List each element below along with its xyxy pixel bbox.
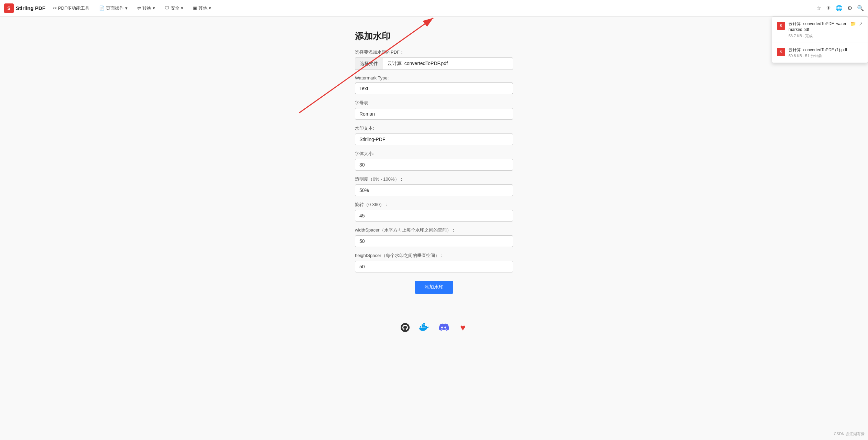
field-opacity: 透明度（0% - 100%）： xyxy=(355,176,513,196)
nav-shield-icon: 🛡 xyxy=(165,6,169,11)
dl-actions-0: 📁 ↗ xyxy=(850,21,863,26)
globe-icon[interactable]: 🌐 xyxy=(836,5,843,11)
input-font[interactable] xyxy=(355,108,513,120)
download-panel: S 云计算_convertedToPDF_watermarked.pdf 53.… xyxy=(772,17,868,63)
field-watermark-type: Watermark Type: xyxy=(355,75,513,94)
input-watermark-type[interactable] xyxy=(355,83,513,94)
input-watermark-text[interactable] xyxy=(355,133,513,145)
heart-icon[interactable]: ♥ xyxy=(457,321,469,334)
brand[interactable]: S Stirling PDF xyxy=(4,3,45,13)
main-content: 添加水印 选择要添加水印的PDF： 选择文件 云计算_convertedToPD… xyxy=(0,17,868,314)
field-font: 字母表: xyxy=(355,100,513,120)
download-item-1[interactable]: S 云计算_convertedToPDF (1).pdf 50.8 KB · 5… xyxy=(772,43,868,63)
submit-row: 添加水印 xyxy=(355,281,513,294)
nav-page-icon: 📄 xyxy=(99,6,105,11)
file-label: 选择要添加水印的PDF： xyxy=(355,49,513,55)
dl-pdf-icon-1: S xyxy=(777,48,785,56)
nav-icons: ☆ ☀ 🌐 ⚙ 🔍 xyxy=(816,5,864,11)
submit-button[interactable]: 添加水印 xyxy=(415,281,453,294)
dl-name-0: 云计算_convertedToPDF_watermarked.pdf xyxy=(789,21,847,33)
label-watermark-type: Watermark Type: xyxy=(355,75,513,81)
nav-item-page-ops[interactable]: 📄 页面操作 ▾ xyxy=(97,5,130,11)
nav-item-other[interactable]: ▣ 其他 ▾ xyxy=(191,5,213,11)
github-icon[interactable] xyxy=(399,321,411,334)
label-font: 字母表: xyxy=(355,100,513,106)
field-width-spacer: widthSpacer（水平方向上每个水印之间的空间）： xyxy=(355,227,513,247)
dl-info-0: 云计算_convertedToPDF_watermarked.pdf 53.7 … xyxy=(789,21,847,39)
label-watermark-text: 水印文本: xyxy=(355,125,513,131)
navbar: S Stirling PDF ✂ PDF多功能工具 📄 页面操作 ▾ ⇄ 转换 … xyxy=(0,0,868,17)
nav-item-convert[interactable]: ⇄ 转换 ▾ xyxy=(135,5,157,11)
dl-pdf-icon-0: S xyxy=(777,22,785,30)
brand-icon: S xyxy=(4,3,14,13)
page-title: 添加水印 xyxy=(355,30,513,42)
input-height-spacer[interactable] xyxy=(355,261,513,272)
brand-name: Stirling PDF xyxy=(16,5,45,11)
svg-rect-2 xyxy=(422,326,423,328)
form-container: 添加水印 选择要添加水印的PDF： 选择文件 云计算_convertedToPD… xyxy=(355,30,513,294)
label-opacity: 透明度（0% - 100%）： xyxy=(355,176,513,182)
nav-item-pdf-tools[interactable]: ✂ PDF多功能工具 xyxy=(51,5,91,11)
dl-name-1: 云计算_convertedToPDF (1).pdf xyxy=(789,47,863,53)
nav-dropdown-icon-1: ▾ xyxy=(125,6,128,11)
nav-dropdown-icon-3: ▾ xyxy=(181,6,183,11)
download-item-0[interactable]: S 云计算_convertedToPDF_watermarked.pdf 53.… xyxy=(772,17,868,43)
dl-folder-icon-0[interactable]: 📁 xyxy=(850,21,856,26)
nav-scissors-icon: ✂ xyxy=(53,6,57,11)
file-group: 选择要添加水印的PDF： 选择文件 云计算_convertedToPDF.pdf xyxy=(355,49,513,70)
dl-meta-0: 53.7 KB · 完成 xyxy=(789,33,847,39)
nav-dropdown-icon-2: ▾ xyxy=(153,6,155,11)
field-height-spacer: heightSpacer（每个水印之间的垂直空间）： xyxy=(355,253,513,272)
sun-icon[interactable]: ☀ xyxy=(826,5,831,11)
file-choose-button[interactable]: 选择文件 xyxy=(355,57,383,70)
nav-item-security[interactable]: 🛡 安全 ▾ xyxy=(163,5,185,11)
input-font-size[interactable] xyxy=(355,159,513,171)
svg-point-0 xyxy=(401,323,410,332)
field-watermark-text: 水印文本: xyxy=(355,125,513,145)
field-font-size: 字体大小: xyxy=(355,151,513,171)
field-rotation: 旋转（0-360）： xyxy=(355,202,513,222)
label-width-spacer: widthSpacer（水平方向上每个水印之间的空间）： xyxy=(355,227,513,233)
label-rotation: 旋转（0-360）： xyxy=(355,202,513,208)
input-width-spacer[interactable] xyxy=(355,235,513,247)
settings-icon[interactable]: ⚙ xyxy=(847,5,852,11)
discord-icon[interactable] xyxy=(437,321,450,334)
label-height-spacer: heightSpacer（每个水印之间的垂直空间）： xyxy=(355,253,513,259)
nav-other-icon: ▣ xyxy=(193,6,197,11)
footer: ♥ xyxy=(0,314,868,344)
star-icon[interactable]: ☆ xyxy=(816,5,821,11)
file-row: 选择文件 云计算_convertedToPDF.pdf xyxy=(355,57,513,70)
input-rotation[interactable] xyxy=(355,210,513,222)
dl-open-icon-0[interactable]: ↗ xyxy=(859,21,863,26)
input-opacity[interactable] xyxy=(355,184,513,196)
label-font-size: 字体大小: xyxy=(355,151,513,157)
svg-rect-5 xyxy=(423,324,425,326)
search-icon[interactable]: 🔍 xyxy=(857,5,864,11)
nav-convert-icon: ⇄ xyxy=(137,6,141,11)
svg-rect-4 xyxy=(422,324,423,326)
dl-meta-1: 50.8 KB · 51 分钟前 xyxy=(789,53,863,58)
file-name-display: 云计算_convertedToPDF.pdf xyxy=(383,57,513,70)
docker-icon[interactable] xyxy=(418,321,431,334)
svg-rect-1 xyxy=(420,326,421,328)
nav-dropdown-icon-4: ▾ xyxy=(209,6,211,11)
svg-rect-6 xyxy=(423,323,425,324)
svg-rect-3 xyxy=(423,326,425,328)
dl-info-1: 云计算_convertedToPDF (1).pdf 50.8 KB · 51 … xyxy=(789,47,863,59)
